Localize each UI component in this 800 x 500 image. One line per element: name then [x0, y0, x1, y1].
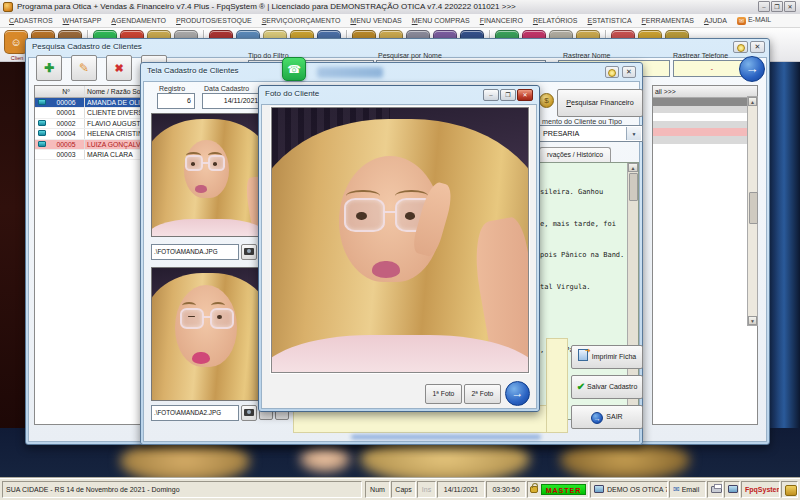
client-photo-thumb-2 — [151, 267, 264, 401]
email-table[interactable]: ail >>> — [652, 85, 758, 425]
foto-window-title: Foto do Cliente — [265, 89, 319, 98]
envelope-icon: ✉ — [673, 485, 680, 494]
menu-item-ajuda[interactable]: AJUDA — [699, 17, 732, 24]
menu-item-estatistica[interactable]: ESTATISTICA — [582, 17, 636, 24]
client-photo-thumb-1 — [151, 113, 264, 237]
scroll-up-icon[interactable]: ▲ — [628, 163, 638, 172]
coins-icon: $ — [539, 93, 554, 108]
camera-icon — [244, 409, 254, 416]
lips-shape — [372, 261, 400, 278]
scrollbar-thumb[interactable] — [749, 192, 758, 224]
print-document-icon — [578, 349, 590, 361]
pesquisar-nome-label: Pesquisar por Nome — [378, 52, 442, 59]
foto-close-button[interactable]: ✕ — [517, 89, 533, 101]
data-cadastro-label: Data Cadastro — [204, 85, 249, 92]
table-row[interactable] — [653, 113, 757, 121]
keys-icon — [785, 485, 797, 496]
scrollbar-thumb[interactable] — [629, 173, 638, 201]
tipo-cliente-combobox[interactable]: PRESARIA ▼ — [539, 125, 643, 142]
status-monitor[interactable] — [724, 481, 740, 498]
minimize-button[interactable]: – — [758, 1, 770, 12]
status-time: 03:30:50 — [486, 481, 526, 498]
lock-icon — [530, 486, 538, 493]
segunda-foto-button[interactable]: 2ª Foto — [464, 384, 501, 404]
table-row[interactable] — [653, 121, 757, 129]
lightbulb-icon — [737, 44, 745, 52]
status-brand: FpqSystem — [741, 481, 780, 498]
client-photo-flag-icon — [38, 99, 46, 105]
scroll-down-icon[interactable]: ▼ — [748, 316, 757, 325]
foto2-camera-button[interactable] — [241, 405, 257, 421]
lightbulb-icon — [608, 69, 616, 77]
cadastro-close-button[interactable]: ✕ — [622, 66, 636, 78]
foto1-path-field[interactable]: .\FOTO\AMANDA.JPG — [151, 244, 239, 260]
menu-item-whatsapp[interactable]: WHATSAPP — [58, 17, 107, 24]
delete-record-button[interactable]: ✖ — [106, 55, 132, 81]
table-row[interactable] — [653, 98, 757, 106]
add-icon: ✚ — [44, 61, 54, 75]
scroll-up-icon[interactable]: ▲ — [748, 97, 757, 106]
glasses-icon — [180, 308, 204, 329]
email-table-scrollbar[interactable]: ▲ ▼ — [747, 96, 758, 326]
titlebar-glass-reflection — [317, 67, 383, 78]
exit-arrow-icon: → — [591, 412, 603, 424]
whatsapp-icon[interactable]: ☎ — [282, 57, 306, 81]
pesquisar-financeiro-button[interactable]: Pesquisar Financeiro — [557, 89, 643, 117]
primeira-foto-button[interactable]: 1ª Foto — [425, 384, 462, 404]
menu-item-produtos-estoque[interactable]: PRODUTOS/ESTOQUE — [171, 17, 257, 24]
search-go-button[interactable]: → — [739, 56, 765, 82]
chevron-down-icon[interactable]: ▼ — [626, 127, 641, 140]
status-keys — [781, 481, 798, 498]
menu-item-ferramentas[interactable]: FERRAMENTAS — [637, 17, 699, 24]
table-row[interactable] — [653, 106, 757, 114]
status-bar: SUA CIDADE - RS 14 de Novembro de 2021 -… — [0, 478, 800, 500]
edit-record-button[interactable]: ✎ — [71, 55, 97, 81]
menu-item-email[interactable]: ✉E-MAIL — [732, 16, 776, 25]
help-lightbulb-button[interactable] — [733, 41, 748, 53]
table-row[interactable] — [653, 136, 757, 144]
registro-label: Registro — [159, 85, 185, 92]
num-column-header: Nº — [48, 86, 85, 97]
sair-button[interactable]: →SAIR — [571, 405, 643, 429]
maximize-button[interactable]: ❐ — [771, 1, 783, 12]
rastrear-telefone-label: Rastrear Telefone — [673, 52, 728, 59]
pencil-icon: ✎ — [79, 61, 89, 75]
foto2-path-field[interactable]: .\FOTO\AMANDA2.JPG — [151, 405, 239, 421]
lips-shape — [192, 352, 210, 364]
minimize-button[interactable]: – — [483, 89, 499, 101]
app-title: Programa para Otica + Vendas & Financeir… — [17, 2, 516, 11]
status-printer[interactable] — [707, 481, 723, 498]
tab-observacoes-historico[interactable]: rvações / Histórico — [539, 147, 611, 162]
salvar-cadastro-button[interactable]: ✔Salvar Cadastro — [571, 375, 643, 399]
table-row[interactable] — [653, 128, 757, 136]
registro-field[interactable]: 6 — [157, 93, 195, 109]
foto1-camera-button[interactable] — [241, 244, 257, 260]
menu-item-servi-o-or-amento[interactable]: SERVIÇO/ORÇAMENTO — [257, 17, 346, 24]
menu-item-financeiro[interactable]: FINANCEIRO — [475, 17, 528, 24]
pesquisa-window-title: Pesquisa Cadastro de Clientes — [32, 42, 142, 51]
foto-exit-button[interactable]: → — [505, 381, 530, 406]
icon-column-header — [35, 86, 48, 97]
lips-shape — [195, 185, 207, 193]
status-master: MASTER — [527, 481, 589, 498]
maximize-button[interactable]: ❐ — [500, 89, 516, 101]
menu-item-relat-rios[interactable]: RELATÓRIOS — [528, 17, 583, 24]
menu-item-agendamento[interactable]: AGENDAMENTO — [106, 17, 171, 24]
imprimir-ficha-button[interactable]: Imprimir Ficha — [571, 345, 643, 369]
rastrear-nome-label: Rastrear Nome — [563, 52, 610, 59]
client-photo-flag-icon — [38, 141, 46, 147]
menu-item-menu-compras[interactable]: MENU COMPRAS — [407, 17, 475, 24]
email-table-header: ail >>> — [653, 86, 757, 98]
status-location: SUA CIDADE - RS 14 de Novembro de 2021 -… — [2, 481, 362, 498]
status-email[interactable]: ✉Email — [669, 481, 706, 498]
menu-item-cadastros[interactable]: CADASTROS — [4, 17, 58, 24]
help-lightbulb-button[interactable] — [605, 66, 619, 78]
camera-icon — [244, 248, 254, 255]
delete-icon: ✖ — [114, 62, 123, 74]
app-titlebar: Programa para Otica + Vendas & Financeir… — [0, 0, 800, 15]
monitor-icon — [728, 485, 738, 493]
new-record-button[interactable]: ✚ — [36, 55, 62, 81]
pesquisa-close-button[interactable]: ✕ — [750, 41, 765, 53]
close-button[interactable]: ✕ — [784, 1, 796, 12]
menu-item-menu-vendas[interactable]: MENU VENDAS — [345, 17, 406, 24]
